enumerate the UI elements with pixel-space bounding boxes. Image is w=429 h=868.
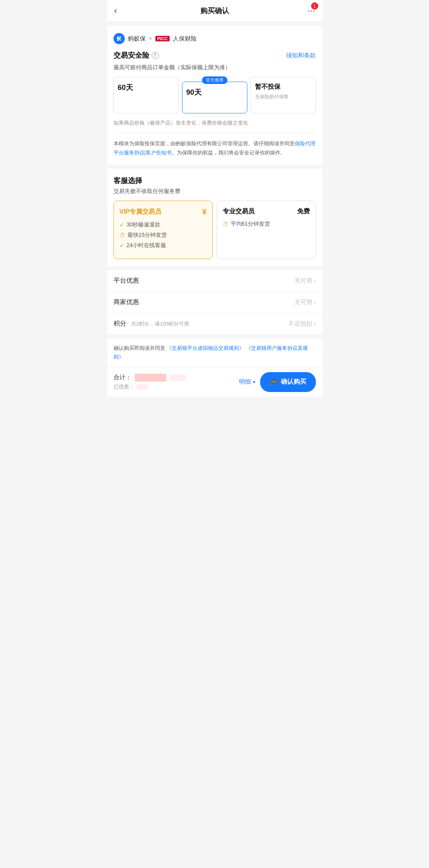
terms-text: 确认购买即阅读并同意 《交易猫平台虚拟物品交易规则》 《交易猫用户服务协议及规则… (114, 344, 316, 361)
standard-price: 免费 (297, 207, 310, 216)
check-icon-1: ✓ (119, 222, 124, 228)
clock-icon-1: ⏱ (119, 232, 125, 238)
points-sub: 共2积分，满100积分可用 (131, 321, 189, 327)
merchant-discount-value: 无可用 › (294, 298, 316, 306)
saving-label: 已优惠： (114, 383, 134, 390)
option-60-label: 60天 (118, 83, 174, 92)
total-price-blurred (135, 374, 167, 382)
game-icon: 🎮 (270, 378, 278, 386)
recommend-badge: 官方推荐 (202, 76, 227, 84)
vip-price: ¥ (202, 207, 206, 217)
brand2-label: 人保财险 (173, 35, 197, 43)
saving-row: 已优惠： (114, 383, 235, 390)
mayi-logo: 蚁 (114, 33, 125, 44)
platform-discount-value: 无可用 › (294, 277, 316, 285)
check-icon-2: ✓ (119, 242, 124, 249)
cs-subtitle: 交易失败不收取任何服务费 (114, 188, 316, 195)
option-no-sub: 无保险赔付保障 (255, 94, 311, 100)
merchant-discount-row[interactable]: 商家优惠 无可用 › (107, 292, 322, 313)
chevron-right-icon-1: › (314, 277, 316, 284)
chevron-right-icon-2: › (314, 299, 316, 305)
vip-service-card[interactable]: VIP专属交易员 ¥ ✓ 30秒极速退款 ⏱ 最快15分钟发货 ✓ 24小时在线… (114, 201, 213, 259)
discounts-section: 平台优惠 无可用 › 商家优惠 无可用 › 积分 共2积分，满100积分可用 不… (107, 270, 322, 334)
terms-link[interactable]: 须知和条款 (286, 52, 316, 59)
insurance-options: 60天 官方推荐 90天 暂不投保 无保险赔付保障 (114, 77, 316, 113)
detail-arrow-icon: ▾ (253, 379, 255, 385)
total-row: 合计： (114, 374, 235, 382)
footer: 合计： 已优惠： 明细 ▾ 🎮 确认购买 (107, 367, 322, 397)
price-change-notice: 如果商品价格（被保产品）发生变化，保费价格会随之变化 (114, 119, 316, 127)
detail-button[interactable]: 明细 ▾ (239, 378, 255, 386)
more-button[interactable]: ··· 1 (308, 6, 315, 16)
customer-notice-link[interactable]: 客户告知书 (146, 150, 172, 156)
insurance-desc: 最高可赔付商品订单金额（实际保额上限为准） (114, 64, 316, 71)
points-value: 不足抵扣 › (288, 320, 316, 328)
back-button[interactable]: ‹ (114, 6, 117, 16)
points-label: 积分 共2积分，满100积分可用 (114, 320, 189, 328)
insurance-info: 本模块为保险投保页面，由蚂蚁保险代理有限公司管理运营。请仔细阅读并同意保险代理平… (114, 139, 316, 158)
notification-badge: 1 (311, 2, 318, 10)
option-no-label: 暂不投保 (255, 83, 280, 90)
terms-section: 确认购买即阅读并同意 《交易猫平台虚拟物品交易规则》 《交易猫用户服务协议及规则… (107, 338, 322, 367)
price-block: 合计： 已优惠： (114, 374, 235, 390)
insurance-option-90[interactable]: 官方推荐 90天 (182, 82, 247, 113)
picc-badge: PICC (155, 36, 170, 41)
page-header: ‹ 购买确认 ··· 1 (107, 0, 322, 22)
trading-rules-link[interactable]: 《交易猫平台虚拟物品交易规则》 (167, 345, 244, 351)
standard-feature-1: ⏱ 平均61分钟发货 (223, 220, 310, 228)
vip-label: VIP专属交易员 (119, 208, 162, 216)
chevron-right-icon-3: › (314, 320, 316, 327)
insurance-title: 交易安全险 ? (114, 51, 159, 60)
vip-card-header: VIP专属交易员 ¥ (119, 207, 207, 217)
standard-service-card[interactable]: 专业交易员 免费 ⏱ 平均61分钟发货 (217, 201, 316, 259)
brand1-label: 蚂蚁保 (128, 35, 146, 43)
clock-icon-2: ⏱ (223, 221, 228, 227)
vip-feature-3: ✓ 24小时在线客服 (119, 242, 207, 249)
standard-card-header: 专业交易员 免费 (223, 207, 310, 216)
saving-amount-blurred (137, 384, 149, 390)
points-row[interactable]: 积分 共2积分，满100积分可用 不足抵扣 › (107, 313, 322, 334)
standard-label: 专业交易员 (223, 207, 255, 216)
brand-row: 蚁 蚂蚁保 × PICC 人保财险 (114, 33, 316, 44)
insurance-header: 交易安全险 ? 须知和条款 (114, 51, 316, 60)
customer-service-section: 客服选择 交易失败不收取任何服务费 VIP专属交易员 ¥ ✓ 30秒极速退款 ⏱… (107, 169, 322, 266)
platform-discount-row[interactable]: 平台优惠 无可用 › (107, 270, 322, 292)
help-icon[interactable]: ? (152, 52, 159, 59)
merchant-discount-label: 商家优惠 (114, 298, 139, 306)
insurance-option-60[interactable]: 60天 (114, 77, 179, 113)
insurance-section: 蚁 蚂蚁保 × PICC 人保财险 交易安全险 ? 须知和条款 最高可赔付商品订… (107, 26, 322, 165)
platform-discount-label: 平台优惠 (114, 277, 139, 285)
total-label: 合计： (114, 374, 131, 381)
insurance-option-no[interactable]: 暂不投保 无保险赔付保障 (251, 77, 316, 113)
page-title: 购买确认 (200, 6, 229, 16)
confirm-purchase-button[interactable]: 🎮 确认购买 (260, 372, 316, 392)
brand-separator: × (149, 35, 152, 42)
vip-feature-2: ⏱ 最快15分钟发货 (119, 232, 207, 239)
option-90-label: 90天 (186, 88, 243, 97)
cs-title: 客服选择 (114, 176, 316, 185)
cs-options: VIP专属交易员 ¥ ✓ 30秒极速退款 ⏱ 最快15分钟发货 ✓ 24小时在线… (114, 201, 316, 259)
total-discount-blurred (170, 375, 186, 381)
vip-feature-1: ✓ 30秒极速退款 (119, 221, 207, 228)
